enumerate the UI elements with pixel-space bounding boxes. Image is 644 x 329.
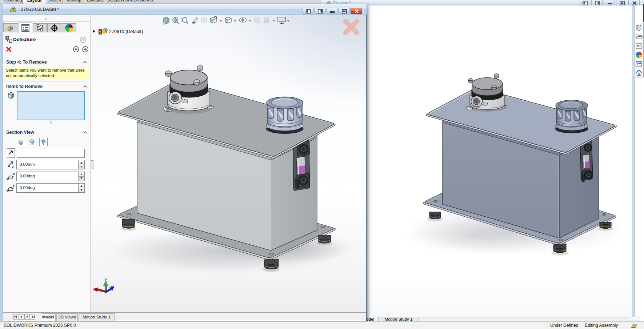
svg-text:?: ?	[82, 38, 84, 42]
svg-text:Y: Y	[13, 184, 15, 188]
svg-text:D: D	[12, 165, 14, 168]
svg-text:X: X	[13, 172, 15, 176]
svg-text:270610 (Default): 270610 (Default)	[109, 29, 143, 34]
